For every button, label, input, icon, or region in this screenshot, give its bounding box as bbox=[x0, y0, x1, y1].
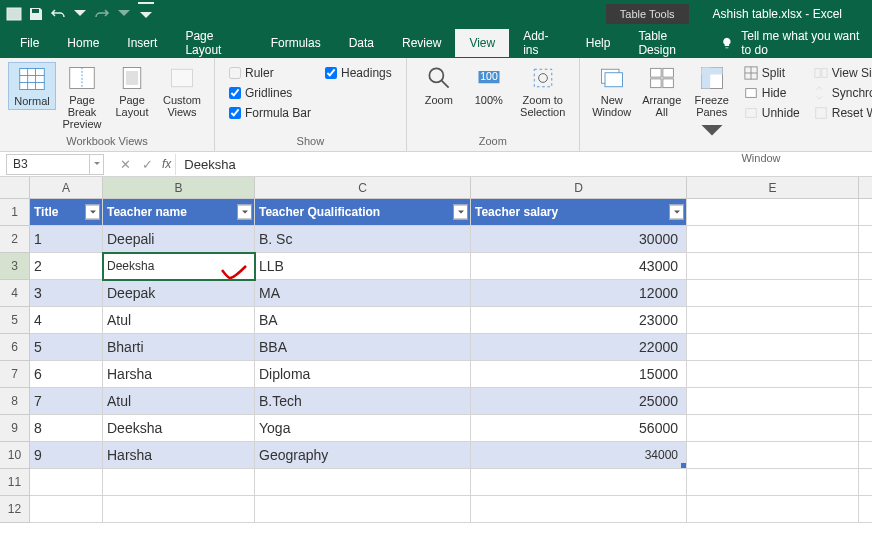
headings-checkbox[interactable]: Headings bbox=[325, 64, 392, 82]
filter-button-title[interactable] bbox=[85, 205, 100, 220]
table-resize-handle[interactable] bbox=[681, 463, 686, 468]
cell[interactable] bbox=[859, 469, 872, 496]
cell[interactable]: Atul bbox=[103, 388, 255, 415]
redo-icon[interactable] bbox=[94, 6, 110, 22]
undo-icon[interactable] bbox=[50, 6, 66, 22]
row-header-3[interactable]: 3 bbox=[0, 253, 30, 280]
header-name-cell[interactable]: Teacher name bbox=[103, 199, 255, 226]
cell[interactable]: 56000 bbox=[471, 415, 687, 442]
row-header-9[interactable]: 9 bbox=[0, 415, 30, 442]
row-header-11[interactable]: 11 bbox=[0, 469, 30, 496]
zoom-button[interactable]: Zoom bbox=[415, 62, 463, 108]
cell[interactable] bbox=[687, 334, 859, 361]
col-header-F[interactable] bbox=[859, 177, 872, 199]
tab-home[interactable]: Home bbox=[53, 29, 113, 57]
header-salary-cell[interactable]: Teacher salary bbox=[471, 199, 687, 226]
tell-me-search[interactable]: Tell me what you want to do bbox=[721, 29, 866, 57]
cell[interactable]: 22000 bbox=[471, 334, 687, 361]
cell[interactable]: Deepali bbox=[103, 226, 255, 253]
tab-formulas[interactable]: Formulas bbox=[257, 29, 335, 57]
zoom-to-selection-button[interactable]: Zoom to Selection bbox=[515, 62, 571, 120]
cell[interactable]: Bharti bbox=[103, 334, 255, 361]
hide-button[interactable]: Hide bbox=[744, 84, 800, 102]
cell[interactable] bbox=[471, 469, 687, 496]
header-title-cell[interactable]: Title bbox=[30, 199, 103, 226]
cell[interactable] bbox=[859, 388, 872, 415]
normal-view-button[interactable]: Normal bbox=[8, 62, 56, 110]
cell[interactable]: 34000 bbox=[471, 442, 687, 469]
row-header-6[interactable]: 6 bbox=[0, 334, 30, 361]
row-header-1[interactable]: 1 bbox=[0, 199, 30, 226]
cell[interactable]: Harsha bbox=[103, 442, 255, 469]
cell[interactable]: 12000 bbox=[471, 280, 687, 307]
cell[interactable]: 5 bbox=[30, 334, 103, 361]
cell[interactable] bbox=[30, 469, 103, 496]
tab-help[interactable]: Help bbox=[572, 29, 625, 57]
page-layout-button[interactable]: Page Layout bbox=[108, 62, 156, 120]
cell[interactable] bbox=[859, 442, 872, 469]
col-header-B[interactable]: B bbox=[103, 177, 255, 199]
select-all-corner[interactable] bbox=[0, 177, 30, 199]
cell[interactable] bbox=[859, 280, 872, 307]
cell[interactable] bbox=[687, 253, 859, 280]
cell[interactable]: B. Sc bbox=[255, 226, 471, 253]
cell[interactable]: MA bbox=[255, 280, 471, 307]
row-header-12[interactable]: 12 bbox=[0, 496, 30, 523]
cell-E1[interactable] bbox=[687, 199, 859, 226]
cell[interactable]: 1 bbox=[30, 226, 103, 253]
save-icon[interactable] bbox=[28, 6, 44, 22]
qat-customize-icon[interactable] bbox=[138, 6, 154, 22]
cell[interactable]: Diploma bbox=[255, 361, 471, 388]
arrange-all-button[interactable]: Arrange All bbox=[638, 62, 686, 120]
cell[interactable]: 23000 bbox=[471, 307, 687, 334]
name-box-dropdown[interactable] bbox=[90, 154, 104, 175]
cell[interactable]: Deeksha bbox=[103, 415, 255, 442]
cell[interactable] bbox=[687, 307, 859, 334]
filter-button-name[interactable] bbox=[237, 205, 252, 220]
cell[interactable] bbox=[859, 361, 872, 388]
cell[interactable]: 8 bbox=[30, 415, 103, 442]
cell[interactable]: 3 bbox=[30, 280, 103, 307]
tab-insert[interactable]: Insert bbox=[113, 29, 171, 57]
undo-dropdown-icon[interactable] bbox=[72, 6, 88, 22]
col-header-D[interactable]: D bbox=[471, 177, 687, 199]
zoom-100-button[interactable]: 100 100% bbox=[465, 62, 513, 108]
cell[interactable]: Harsha bbox=[103, 361, 255, 388]
cell[interactable] bbox=[859, 415, 872, 442]
header-qualification-cell[interactable]: Teacher Qualification bbox=[255, 199, 471, 226]
cell[interactable]: 9 bbox=[30, 442, 103, 469]
cell[interactable] bbox=[687, 442, 859, 469]
cell[interactable] bbox=[859, 226, 872, 253]
cell[interactable]: B.Tech bbox=[255, 388, 471, 415]
cell[interactable]: BBA bbox=[255, 334, 471, 361]
cell[interactable] bbox=[687, 226, 859, 253]
fx-label[interactable]: fx bbox=[162, 157, 171, 171]
tab-view[interactable]: View bbox=[455, 29, 509, 57]
cell[interactable] bbox=[859, 334, 872, 361]
cell[interactable]: Yoga bbox=[255, 415, 471, 442]
gridlines-checkbox[interactable]: Gridlines bbox=[229, 84, 311, 102]
row-header-8[interactable]: 8 bbox=[0, 388, 30, 415]
redo-dropdown-icon[interactable] bbox=[116, 6, 132, 22]
cell[interactable] bbox=[255, 469, 471, 496]
cell[interactable]: 7 bbox=[30, 388, 103, 415]
cell[interactable]: 43000 bbox=[471, 253, 687, 280]
name-box[interactable] bbox=[6, 154, 90, 175]
cell[interactable] bbox=[471, 496, 687, 523]
cell[interactable]: 15000 bbox=[471, 361, 687, 388]
row-header-10[interactable]: 10 bbox=[0, 442, 30, 469]
cell[interactable] bbox=[859, 253, 872, 280]
tab-data[interactable]: Data bbox=[335, 29, 388, 57]
cell[interactable]: 2 bbox=[30, 253, 103, 280]
row-header-7[interactable]: 7 bbox=[0, 361, 30, 388]
cell[interactable] bbox=[687, 469, 859, 496]
cell[interactable]: LLB bbox=[255, 253, 471, 280]
row-header-2[interactable]: 2 bbox=[0, 226, 30, 253]
cell[interactable] bbox=[30, 496, 103, 523]
row-header-4[interactable]: 4 bbox=[0, 280, 30, 307]
cell[interactable]: 6 bbox=[30, 361, 103, 388]
filter-button-salary[interactable] bbox=[669, 205, 684, 220]
worksheet-grid[interactable]: A B C D E 1 Title Teacher name Teacher Q… bbox=[0, 177, 872, 523]
selected-cell[interactable]: Deeksha bbox=[103, 253, 255, 280]
cell[interactable] bbox=[687, 280, 859, 307]
